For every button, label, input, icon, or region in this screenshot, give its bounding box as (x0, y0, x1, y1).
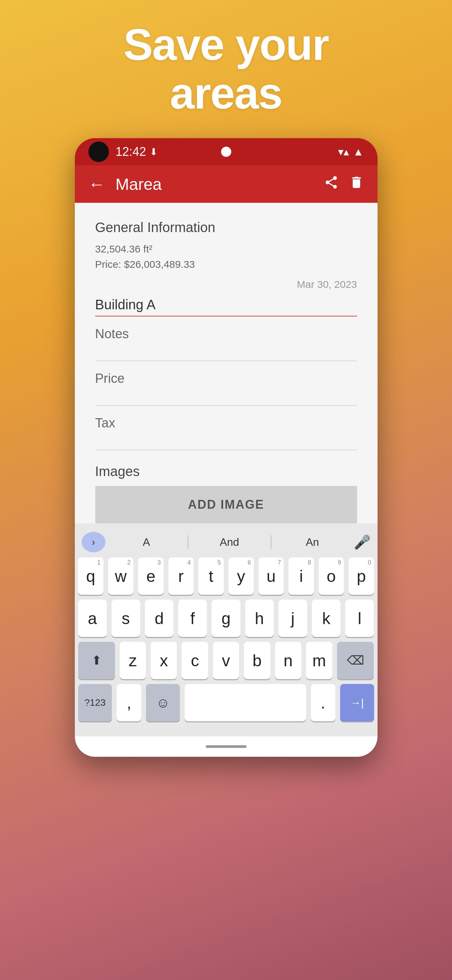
price-label: Price: $26,003,489.33 (95, 256, 357, 272)
status-dot (221, 147, 231, 157)
images-title: Images (95, 464, 357, 479)
suggestion-an[interactable]: An (271, 536, 354, 549)
tax-field-label: Tax (95, 416, 357, 430)
hero-line1: Save your (124, 21, 328, 69)
section-title: General Information (95, 220, 357, 235)
numbers-key[interactable]: ?123 (78, 684, 112, 721)
bottom-bar (75, 737, 377, 757)
key-u[interactable]: 7u (259, 557, 284, 595)
key-k[interactable]: k (312, 600, 341, 637)
mic-icon[interactable]: 🎤 (354, 534, 371, 550)
comma-key[interactable]: , (117, 684, 141, 721)
key-row-1: 1q 2w 3e 4r 5t 6y 7u 8i 9o 0p (78, 557, 374, 595)
signal-icon: ▲ (353, 146, 364, 158)
wifi-icon: ▾▴ (338, 145, 349, 158)
date-text: Mar 30, 2023 (95, 279, 357, 290)
key-row-2: a s d f g h j k l (78, 600, 374, 637)
hero-line2: areas (124, 69, 328, 118)
notes-label: Notes (95, 327, 357, 341)
delete-button[interactable] (349, 175, 364, 193)
hero-headline: Save your areas (124, 21, 328, 118)
key-b[interactable]: b (244, 642, 270, 679)
tax-input[interactable] (95, 433, 357, 450)
period-key[interactable]: . (311, 684, 335, 721)
suggestions-expand-button[interactable]: › (82, 532, 105, 552)
price-field-label: Price (95, 371, 357, 386)
charge-icon: ⬇ (150, 146, 157, 158)
key-o[interactable]: 9o (319, 557, 344, 595)
key-j[interactable]: j (279, 600, 307, 637)
key-y[interactable]: 6y (228, 557, 254, 595)
bottom-handle (206, 745, 247, 748)
share-button[interactable] (324, 175, 339, 193)
key-h[interactable]: h (245, 600, 274, 637)
key-x[interactable]: x (151, 642, 177, 679)
key-r[interactable]: 4r (168, 557, 193, 595)
key-l[interactable]: l (345, 600, 374, 637)
key-s[interactable]: s (111, 600, 140, 637)
key-w[interactable]: 2w (108, 557, 133, 595)
key-row-3: ⬆ z x c v b n m ⌫ (78, 642, 374, 679)
phone-frame: 12:42 ⬇ ▾▴ ▲ ← Marea General Information… (75, 138, 377, 757)
name-field-wrapper (95, 294, 357, 317)
key-c[interactable]: c (182, 642, 208, 679)
price-input[interactable] (95, 388, 357, 406)
name-input[interactable] (95, 294, 357, 316)
area-value: 32,504.36 ft² (95, 241, 357, 256)
app-title: Marea (116, 175, 324, 194)
camera-cutout (89, 142, 109, 162)
notes-input[interactable] (95, 344, 357, 361)
space-key[interactable] (185, 684, 306, 721)
suggestion-a[interactable]: A (105, 536, 188, 549)
key-a[interactable]: a (78, 600, 107, 637)
backspace-key[interactable]: ⌫ (337, 642, 374, 679)
key-e[interactable]: 3e (138, 557, 163, 595)
key-f[interactable]: f (178, 600, 207, 637)
key-row-4: ?123 , ☺ . →| (78, 684, 374, 721)
keyboard: › A And An 🎤 1q 2w 3e 4r 5t 6y 7u 8i 9o … (75, 523, 377, 737)
status-bar: 12:42 ⬇ ▾▴ ▲ (75, 138, 377, 165)
key-z[interactable]: z (120, 642, 146, 679)
key-q[interactable]: 1q (78, 557, 103, 595)
add-image-button[interactable]: ADD IMAGE (95, 486, 357, 523)
key-v[interactable]: v (213, 642, 239, 679)
back-button[interactable]: ← (89, 174, 105, 194)
status-icons: ▾▴ ▲ (338, 145, 364, 158)
key-p[interactable]: 0p (349, 557, 374, 595)
shift-key[interactable]: ⬆ (78, 642, 115, 679)
key-i[interactable]: 8i (289, 557, 314, 595)
app-bar: ← Marea (75, 165, 377, 203)
key-n[interactable]: n (275, 642, 301, 679)
content-area: General Information 32,504.36 ft² Price:… (75, 203, 377, 523)
suggestions-bar: › A And An 🎤 (78, 530, 374, 554)
key-m[interactable]: m (306, 642, 332, 679)
key-d[interactable]: d (145, 600, 173, 637)
key-t[interactable]: 5t (198, 557, 224, 595)
suggestion-and[interactable]: And (189, 536, 271, 549)
key-g[interactable]: g (211, 600, 240, 637)
status-time: 12:42 (116, 145, 146, 159)
enter-key[interactable]: →| (340, 684, 374, 721)
emoji-key[interactable]: ☺ (146, 684, 180, 721)
